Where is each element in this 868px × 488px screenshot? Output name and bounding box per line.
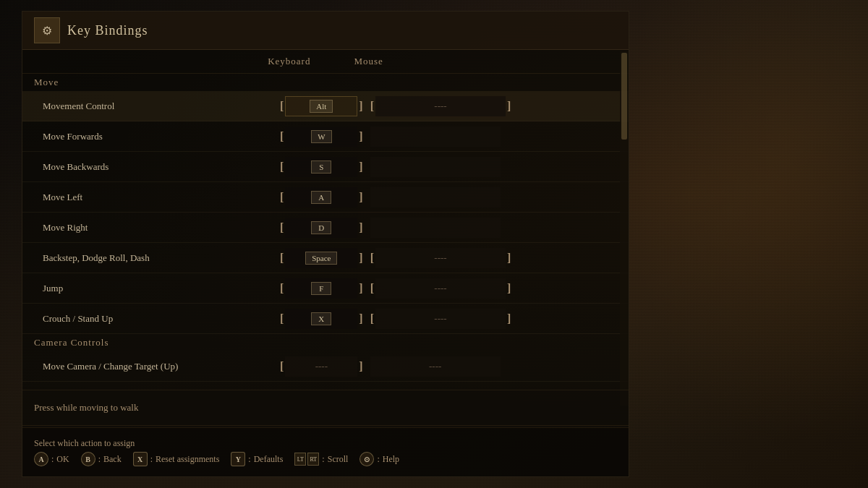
mouse-slot bbox=[370, 187, 501, 207]
defaults-label: Defaults bbox=[254, 454, 284, 465]
mouse-value: ---- bbox=[434, 252, 446, 264]
scroll-buttons: LT RT bbox=[294, 453, 319, 466]
mouse-box[interactable]: ---- bbox=[375, 278, 506, 299]
mouse-box[interactable]: ---- bbox=[375, 96, 506, 116]
lt-icon: LT bbox=[294, 453, 306, 466]
binding-name: Move Left bbox=[34, 192, 280, 203]
ctrl-back: B : Back bbox=[81, 452, 122, 466]
mouse-value: ---- bbox=[429, 361, 441, 372]
key-badge: X bbox=[311, 312, 331, 325]
table-row[interactable]: Move Backwards [ S ] bbox=[22, 152, 629, 182]
mouse-value: ---- bbox=[434, 313, 446, 325]
binding-name: Move Right bbox=[34, 222, 280, 234]
key-box[interactable]: X bbox=[285, 309, 357, 329]
reset-button-icon: X bbox=[133, 452, 148, 466]
panel-title: Key Bindings bbox=[67, 23, 148, 38]
key-badge: S bbox=[311, 160, 331, 174]
scroll-label: Scroll bbox=[328, 454, 349, 465]
mouse-value: ---- bbox=[434, 283, 446, 294]
bg-figure bbox=[593, 0, 868, 488]
help-label: Help bbox=[383, 454, 399, 465]
description-box: Press while moving to walk bbox=[22, 390, 629, 426]
mouse-value: ---- bbox=[434, 100, 446, 112]
key-badge: Alt bbox=[310, 100, 333, 113]
footer-title: Select which action to assign bbox=[34, 438, 617, 449]
mouse-box[interactable] bbox=[370, 218, 501, 238]
binding-name: Move Forwards bbox=[34, 131, 280, 142]
key-box[interactable]: Space bbox=[285, 248, 357, 268]
key-box[interactable]: Alt bbox=[285, 96, 357, 116]
scrollbar-thumb[interactable] bbox=[621, 53, 627, 140]
reset-label: Reset assignments bbox=[156, 454, 219, 465]
key-box[interactable]: ---- bbox=[285, 356, 357, 377]
table-row[interactable]: Crouch / Stand Up [ X ] [ ---- ] bbox=[22, 304, 629, 334]
mouse-slot: [ ---- ] bbox=[370, 309, 511, 329]
table-row[interactable]: Backstep, Dodge Roll, Dash [ Space ] [ -… bbox=[22, 243, 629, 273]
mouse-box[interactable]: ---- bbox=[375, 309, 506, 329]
key-box[interactable]: F bbox=[285, 278, 357, 299]
mouse-slot: [ ---- ] bbox=[370, 278, 511, 299]
mouse-box[interactable]: ---- bbox=[375, 248, 506, 268]
key-badge: D bbox=[311, 221, 331, 234]
defaults-button-icon: Y bbox=[231, 452, 245, 466]
footer-controls: A : OK B : Back X : Reset assignments Y … bbox=[34, 452, 617, 466]
section-camera-label: Camera Controls bbox=[22, 334, 629, 351]
binding-name: Backstep, Dodge Roll, Dash bbox=[34, 252, 280, 264]
keyboard-slot: [ ---- ] bbox=[280, 356, 363, 377]
keyboard-slot: [ A ] bbox=[280, 187, 363, 207]
settings-panel: ⚙ Key Bindings Keyboard Mouse Move Movem… bbox=[22, 11, 629, 477]
help-button-icon: ⊙ bbox=[359, 452, 374, 466]
key-badge: F bbox=[311, 282, 331, 295]
key-value: ---- bbox=[315, 361, 328, 372]
mouse-slot bbox=[370, 218, 501, 238]
key-box[interactable]: A bbox=[285, 187, 357, 207]
mouse-box[interactable] bbox=[370, 187, 501, 207]
mouse-slot: [ ---- ] bbox=[370, 248, 511, 268]
nav-tabs: Keyboard Mouse bbox=[22, 50, 629, 74]
scrollbar[interactable] bbox=[620, 51, 629, 406]
key-box[interactable]: S bbox=[285, 157, 357, 177]
keyboard-slot: [ Alt ] bbox=[280, 96, 363, 116]
mouse-box[interactable] bbox=[370, 127, 501, 147]
mouse-slot bbox=[370, 127, 501, 147]
keyboard-slot: [ F ] bbox=[280, 278, 363, 299]
mouse-slot: ---- bbox=[370, 356, 501, 377]
ctrl-reset: X : Reset assignments bbox=[133, 452, 220, 466]
mouse-slot: [ ---- ] bbox=[370, 96, 511, 116]
ctrl-help: ⊙ : Help bbox=[359, 452, 399, 466]
key-box[interactable]: D bbox=[285, 218, 357, 238]
mouse-slot bbox=[370, 157, 501, 177]
tab-mouse[interactable]: Mouse bbox=[354, 56, 383, 73]
keyboard-slot: [ W ] bbox=[280, 127, 363, 147]
key-badge: A bbox=[311, 191, 331, 204]
binding-name: Jump bbox=[34, 283, 280, 294]
back-label: Back bbox=[103, 454, 122, 465]
keyboard-slot: [ X ] bbox=[280, 309, 363, 329]
keyboard-slot: [ S ] bbox=[280, 157, 363, 177]
title-bar: ⚙ Key Bindings bbox=[22, 12, 629, 50]
table-row[interactable]: Movement Control [ Alt ] [ ---- ] bbox=[22, 91, 629, 121]
title-icon: ⚙ bbox=[34, 17, 60, 43]
binding-name: Crouch / Stand Up bbox=[34, 313, 280, 325]
tab-keyboard[interactable]: Keyboard bbox=[268, 56, 310, 73]
section-move-label: Move bbox=[22, 74, 629, 91]
rt-icon: RT bbox=[307, 453, 319, 466]
table-row[interactable]: Jump [ F ] [ ---- ] bbox=[22, 273, 629, 304]
key-box[interactable]: W bbox=[285, 127, 357, 147]
description-text: Press while moving to walk bbox=[34, 402, 138, 414]
mouse-box[interactable] bbox=[370, 157, 501, 177]
table-row[interactable]: Move Right [ D ] bbox=[22, 213, 629, 243]
content-area: Move Movement Control [ Alt ] [ ---- ] M… bbox=[22, 74, 629, 428]
mouse-box[interactable]: ---- bbox=[370, 356, 501, 377]
keyboard-slot: [ Space ] bbox=[280, 248, 363, 268]
back-button-icon: B bbox=[81, 452, 95, 466]
ok-label: OK bbox=[56, 454, 69, 465]
key-badge: Space bbox=[305, 252, 337, 265]
table-row[interactable]: Move Camera / Change Target (Up) [ ---- … bbox=[22, 351, 629, 382]
binding-name: Move Backwards bbox=[34, 161, 280, 173]
ctrl-scroll: LT RT : Scroll bbox=[294, 453, 348, 466]
ok-button-icon: A bbox=[34, 452, 48, 466]
table-row[interactable]: Move Left [ A ] bbox=[22, 182, 629, 213]
ctrl-defaults: Y : Defaults bbox=[231, 452, 283, 466]
table-row[interactable]: Move Forwards [ W ] bbox=[22, 121, 629, 152]
